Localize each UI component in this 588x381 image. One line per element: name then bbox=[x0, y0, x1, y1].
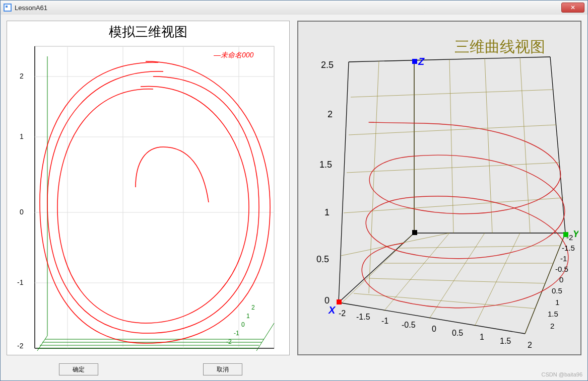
left-x-tick: -1 bbox=[88, 352, 94, 353]
z-axis-marker bbox=[412, 59, 417, 64]
ok-button-label: 确定 bbox=[73, 365, 85, 374]
watermark-text: CSDN @baita96 bbox=[542, 371, 582, 377]
left-chart-panel: 模拟三维视图 bbox=[7, 21, 290, 355]
left-depth-tick: 1 bbox=[246, 313, 250, 320]
left-y-tick: -1 bbox=[17, 278, 24, 286]
z-tick: 2.5 bbox=[321, 60, 334, 70]
svg-line-27 bbox=[349, 125, 556, 135]
right-z-ticks: 2.5 2 1.5 1 0.5 0 bbox=[316, 60, 334, 306]
y-tick: -2 bbox=[566, 233, 573, 242]
y-tick: -0.5 bbox=[555, 265, 568, 273]
left-y-tick: 0 bbox=[20, 208, 24, 216]
right-chart-title: 三维曲线视图 bbox=[454, 38, 545, 55]
x-tick: 1 bbox=[480, 333, 484, 341]
y-tick: -1 bbox=[560, 254, 567, 263]
left-depth-tick: -1 bbox=[234, 330, 239, 337]
app-icon bbox=[4, 4, 12, 12]
x-tick: -1.5 bbox=[356, 313, 370, 321]
right-y-ticks: -2 -1.5 -1 -0.5 0 0.5 1 1.5 2 bbox=[548, 233, 575, 330]
svg-line-26 bbox=[351, 90, 553, 97]
x-tick: 2 bbox=[528, 341, 532, 349]
left-y-tick: 2 bbox=[20, 72, 24, 80]
left-chart-legend: —未命名000 bbox=[213, 51, 254, 59]
z-tick: 1 bbox=[324, 207, 330, 217]
origin-marker bbox=[412, 230, 417, 235]
y-tick: 0.5 bbox=[552, 286, 562, 295]
x-tick: -1 bbox=[381, 317, 388, 325]
svg-line-44 bbox=[354, 293, 535, 309]
cancel-button-label: 取消 bbox=[217, 365, 229, 374]
left-chart-axes: 2 1 0 -1 -2 -2 -1 0 1 2 2 1 0 bbox=[17, 46, 274, 353]
x-tick: 1.5 bbox=[500, 337, 511, 345]
svg-line-29 bbox=[344, 198, 563, 213]
z-tick: 0.5 bbox=[316, 254, 329, 264]
svg-line-16 bbox=[256, 323, 274, 351]
dialog-content: 模拟三维视图 bbox=[1, 15, 587, 380]
right-chart-panel: 三维曲线视图 bbox=[297, 21, 581, 355]
close-button[interactable]: ✕ bbox=[561, 3, 584, 13]
y-tick: 1.5 bbox=[548, 310, 558, 318]
right-chart-grid bbox=[341, 57, 565, 334]
window-title: LessonA61 bbox=[15, 4, 561, 12]
left-chart-svg: 模拟三维视图 bbox=[7, 21, 289, 353]
svg-line-38 bbox=[429, 233, 485, 319]
y-axis-label: Y bbox=[573, 229, 578, 239]
left-depth-tick: -2 bbox=[226, 338, 232, 345]
left-chart-title: 模拟三维视图 bbox=[109, 24, 187, 39]
svg-line-20 bbox=[550, 57, 565, 233]
x-tick: 0.5 bbox=[452, 329, 463, 337]
ok-button[interactable]: 确定 bbox=[59, 363, 98, 375]
svg-line-36 bbox=[341, 233, 414, 303]
titlebar[interactable]: LessonA61 ✕ bbox=[1, 1, 587, 15]
left-depth-tick: 2 bbox=[251, 304, 255, 311]
svg-line-43 bbox=[369, 278, 545, 283]
right-chart-svg: 三维曲线视图 bbox=[298, 22, 578, 352]
left-y-tick: -2 bbox=[17, 342, 24, 350]
svg-line-33 bbox=[449, 59, 453, 233]
z-axis-label: Z bbox=[418, 56, 425, 67]
z-tick: 2 bbox=[328, 109, 333, 119]
x-axis-origin-marker bbox=[337, 299, 342, 304]
svg-rect-0 bbox=[35, 46, 274, 348]
left-x-tick: 0 bbox=[148, 352, 152, 353]
x-tick: -0.5 bbox=[402, 321, 416, 329]
svg-line-28 bbox=[347, 163, 560, 173]
y-tick: 0 bbox=[559, 275, 563, 284]
app-window: LessonA61 ✕ 模拟三维视图 bbox=[0, 0, 588, 381]
dialog-buttons: 确定 取消 bbox=[7, 363, 295, 375]
left-chart-curve bbox=[40, 61, 270, 343]
svg-line-41 bbox=[399, 246, 560, 248]
svg-line-34 bbox=[485, 58, 492, 233]
svg-line-18 bbox=[339, 62, 349, 302]
svg-line-31 bbox=[369, 61, 379, 293]
right-chart-curve bbox=[362, 122, 568, 308]
z-tick: 1.5 bbox=[319, 160, 332, 170]
svg-line-35 bbox=[520, 57, 530, 233]
x-tick: -2 bbox=[339, 309, 346, 318]
cancel-button[interactable]: 取消 bbox=[203, 363, 242, 375]
y-tick: 2 bbox=[550, 322, 554, 330]
y-tick: 1 bbox=[555, 298, 559, 307]
left-depth-tick: 0 bbox=[241, 321, 245, 328]
x-axis-label: X bbox=[328, 304, 336, 316]
x-tick: 0 bbox=[432, 325, 436, 333]
right-chart-frame bbox=[339, 57, 565, 334]
close-icon: ✕ bbox=[570, 4, 575, 11]
left-x-tick: 2 bbox=[269, 352, 273, 353]
z-tick: 0 bbox=[324, 295, 330, 306]
y-tick: -1.5 bbox=[562, 244, 575, 252]
right-x-ticks: -2 -1.5 -1 -0.5 0 0.5 1 1.5 2 bbox=[339, 309, 532, 349]
left-x-tick: -2 bbox=[35, 352, 41, 353]
left-x-tick: 1 bbox=[209, 352, 212, 353]
left-y-tick: 1 bbox=[20, 132, 24, 140]
